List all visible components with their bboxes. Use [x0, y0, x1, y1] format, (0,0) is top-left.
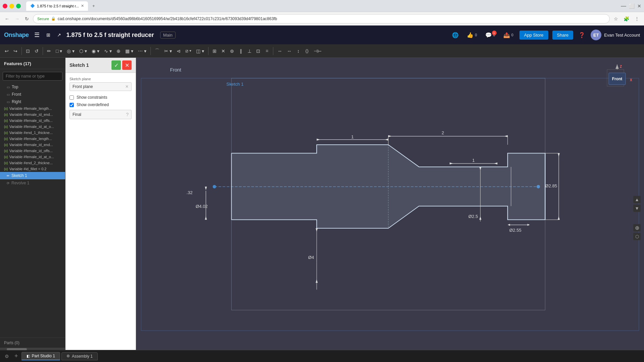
browser-close-icon[interactable]: ✕ [637, 3, 641, 9]
grid-menu-btn[interactable]: ⊞ [45, 31, 52, 39]
tab-close-btn[interactable]: ✕ [81, 4, 84, 8]
pan-down-btn[interactable]: ▼ [633, 205, 641, 212]
split-btn[interactable]: ◫ ▾ [194, 47, 206, 55]
angle-btn[interactable]: ⟨⟩ [303, 47, 311, 55]
add-tab-btn[interactable]: + [12, 353, 20, 360]
sidebar-item-var-7[interactable]: (x) Variable #female_id_end... [0, 142, 65, 148]
sidebar-item-var-4[interactable]: (x) Variable #female_id_at_o... [0, 124, 65, 130]
ruler-btn[interactable]: ⊣⊢ [312, 47, 324, 55]
pencil-btn[interactable]: ✏ [45, 47, 53, 55]
pattern-btn[interactable]: ⧄ ▾ [183, 47, 194, 55]
canvas-area[interactable]: Front Sketch 1 2 [136, 58, 644, 350]
svg-text:.32: .32 [186, 190, 192, 195]
browser-menu-btn[interactable]: ⋮ [633, 15, 641, 23]
globe-btn[interactable]: 🌐 [450, 30, 461, 40]
back-btn[interactable]: ← [3, 15, 11, 23]
sidebar-item-front[interactable]: ▭ Front [0, 91, 65, 98]
address-input[interactable]: Secure 🔒 cad.onshape.com/documents/d5456… [33, 14, 610, 24]
share-btn[interactable]: Share [552, 31, 573, 40]
sidebar-item-var-3[interactable]: (x) Variable #female_id_offs... [0, 118, 65, 124]
undo-btn[interactable]: ↩ [3, 47, 11, 55]
fillet-btn[interactable]: ⌒ [153, 47, 162, 55]
spline-btn[interactable]: ∿ ▾ [102, 47, 114, 55]
sidebar-item-var-1[interactable]: (x) Variable #female_length... [0, 105, 65, 111]
help-btn[interactable]: ❓ [577, 31, 587, 40]
perp-btn[interactable]: ⊥ [245, 47, 254, 55]
sketch-cancel-btn[interactable]: ✕ [122, 60, 132, 70]
tab-assembly[interactable]: ⚙ Assembly 1 [61, 352, 98, 360]
toolbar-sep-5 [273, 47, 273, 55]
sidebar-item-revolve1[interactable]: ⟳ Revolve 1 [0, 179, 65, 187]
offset-btn[interactable]: ⊕ [114, 47, 123, 55]
panel-scrollbar[interactable] [0, 348, 65, 350]
panel-scrollbar-thumb[interactable] [7, 348, 27, 350]
bookmark-btn[interactable]: ☆ [612, 15, 619, 23]
sidebar-item-var-5[interactable]: (x) Variable #end_1_thickne... [0, 130, 65, 136]
hamburger-menu-btn[interactable]: ☰ [33, 30, 41, 40]
redo-btn[interactable]: ↪ [11, 47, 19, 55]
var-icon-10: (x) [4, 161, 8, 165]
show-constraints-checkbox[interactable] [70, 95, 74, 100]
extensions-btn[interactable]: 🧩 [622, 15, 631, 23]
sketch-confirm-btn[interactable]: ✓ [111, 60, 121, 70]
svg-text:Ø4: Ø4 [308, 255, 314, 260]
array-btn[interactable]: ▦ ▾ [123, 47, 135, 55]
export-menu-btn[interactable]: ↗ [56, 31, 62, 39]
tab-part-studio[interactable]: ◧ Part Studio 1 [21, 352, 60, 360]
workspace-badge[interactable]: Main [160, 32, 176, 39]
more-btn[interactable]: ⋯ ▾ [136, 47, 148, 55]
tab-new-btn[interactable]: + [89, 2, 98, 10]
toolbar-sep-2 [43, 47, 43, 55]
view-cube[interactable]: Z X Front [600, 63, 634, 96]
circle-btn[interactable]: ◎ ▾ [65, 47, 77, 55]
browser-tab-active[interactable]: 🔷 1.875 f to 2.5 f straight r... ✕ [26, 1, 88, 11]
comment-btn[interactable]: 💬 0 1 [483, 30, 497, 40]
cube-view-btn[interactable]: ⬡ [633, 233, 641, 240]
like-btn[interactable]: 👍 0 [465, 30, 479, 40]
equal-btn[interactable]: = [263, 47, 271, 55]
app-store-btn[interactable]: App Store [519, 31, 548, 40]
show-overdefined-checkbox[interactable] [70, 103, 74, 107]
browser-minimize-icon[interactable]: — [621, 3, 626, 9]
sidebar-item-var-11[interactable]: (x) Variable #id_fillet = 0.2 [0, 166, 65, 172]
trim-btn[interactable]: ✂ ▾ [162, 47, 174, 55]
sidebar-item-var-8[interactable]: (x) Variable #female_id_offs... [0, 148, 65, 154]
horiz-dim-btn[interactable]: ↔ [285, 47, 293, 55]
pan-up-btn[interactable]: ▲ [633, 196, 641, 203]
studio-settings-btn[interactable]: ⚙ [3, 354, 11, 359]
tangent-btn[interactable]: ⊡ [254, 47, 262, 55]
vert-dim-btn[interactable]: ↕ [294, 47, 302, 55]
polygon-btn[interactable]: ⬡ ▾ [77, 47, 89, 55]
window-min-btn[interactable] [9, 4, 14, 8]
onshape-logo[interactable]: Onshape [4, 32, 29, 39]
sidebar-item-sketch1[interactable]: ✏ Sketch 1 [0, 172, 65, 179]
browser-restore-icon[interactable]: ⬜ [629, 3, 635, 9]
user-area[interactable]: ET Evan Test Account [591, 30, 640, 40]
forward-btn[interactable]: → [13, 15, 21, 23]
sidebar-item-top[interactable]: ▭ Top [0, 83, 65, 91]
window-max-btn[interactable] [16, 4, 21, 8]
help-icon[interactable]: ? [126, 112, 129, 117]
constraint-btn[interactable]: ⊞ [211, 47, 219, 55]
concentric-btn[interactable]: ⊚ [228, 47, 236, 55]
rect-btn[interactable]: □ ▾ [54, 47, 64, 55]
parallel-btn[interactable]: ∥ [237, 47, 245, 55]
final-dropdown[interactable]: Final ? [70, 110, 132, 119]
sidebar-item-right[interactable]: ▭ Right [0, 98, 65, 105]
window-close-btn[interactable] [3, 4, 7, 8]
features-filter-input[interactable] [3, 72, 62, 81]
sidebar-item-var-6[interactable]: (x) Variable #female_length... [0, 136, 65, 142]
mirror-btn[interactable]: ⊲ [175, 47, 183, 55]
reload-btn[interactable]: ↻ [24, 15, 30, 23]
sidebar-item-var-9[interactable]: (x) Variable #female_id_at_o... [0, 154, 65, 160]
point-btn[interactable]: ◉ ▾ [90, 47, 101, 55]
dimension-btn[interactable]: ↔ [275, 47, 284, 55]
copy-btn[interactable]: ⊡ [24, 47, 32, 55]
rotate-btn[interactable]: ↺ [33, 47, 41, 55]
sidebar-item-var-2[interactable]: (x) Variable #female_id_end... [0, 111, 65, 118]
zoom-in-btn[interactable]: ⊕ [633, 224, 641, 231]
export-btn[interactable]: 📤 0 [501, 30, 515, 40]
sidebar-item-var-10[interactable]: (x) Variable #end_2_thickne... [0, 160, 65, 166]
sketch-plane-selector[interactable]: Front plane ✕ [70, 82, 132, 91]
coincident-btn[interactable]: ✕ [219, 47, 227, 55]
